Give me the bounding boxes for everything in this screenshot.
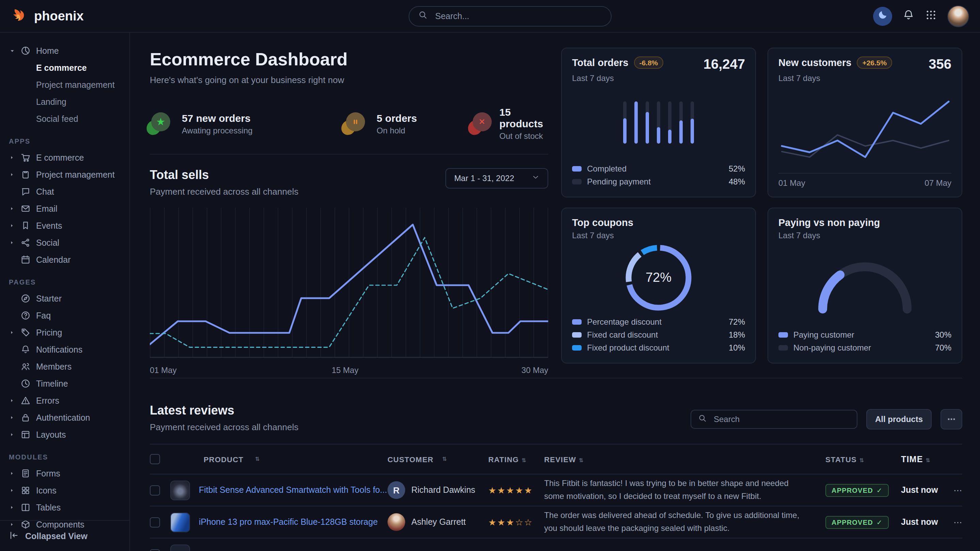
sidebar-item-e-commerce[interactable]: E commerce	[0, 149, 129, 166]
stat-3: ✕15 productsOut of stock	[471, 106, 548, 141]
reviews-table: PRODUCT⇅CUSTOMER⇅RATING⇅REVIEW⇅STATUS⇅TI…	[150, 444, 962, 551]
row-checkbox[interactable]	[150, 485, 160, 495]
apps-menu-button[interactable]	[925, 8, 937, 24]
page-title: Ecommerce Dashboard	[150, 49, 548, 70]
sidebar-item-chat[interactable]: Chat	[0, 183, 129, 200]
sidebar-item-calendar[interactable]: Calendar	[0, 251, 129, 268]
product-link[interactable]: Fitbit Sense Advanced Smartwatch with To…	[199, 485, 387, 495]
legend-value: 48%	[729, 177, 745, 186]
sidebar-item-social[interactable]: Social	[0, 234, 129, 251]
page-subtitle: Here's what's going on at your business …	[150, 75, 548, 85]
legend-value: 70%	[935, 343, 951, 352]
column-header-product[interactable]: PRODUCT⇅	[170, 455, 388, 463]
caret-right-icon	[10, 240, 14, 245]
help-icon	[21, 310, 31, 321]
stats-divider	[150, 154, 548, 154]
sidebar-item-icons[interactable]: Icons	[0, 482, 129, 499]
sidebar-item-email[interactable]: Email	[0, 200, 129, 217]
customer-name[interactable]: Ashley Garrett	[411, 517, 466, 527]
brand-logo[interactable]: phoenix	[11, 7, 84, 25]
column-header-time[interactable]: TIME⇅	[901, 454, 947, 464]
top-coupons-card: Top coupons Last 7 days 72% Percentage d…	[561, 208, 756, 364]
all-products-button[interactable]: All products	[866, 409, 932, 429]
sidebar-item-label: Errors	[36, 396, 59, 405]
sidebar-item-forms[interactable]: Forms	[0, 465, 129, 482]
sidebar-subitem-e-commerce[interactable]: E commerce	[0, 59, 129, 76]
collapsed-view-button[interactable]: Collapsed View	[0, 520, 129, 551]
column-header-rating[interactable]: RATING⇅	[488, 455, 544, 463]
stat-label: On hold	[377, 125, 417, 135]
sidebar-item-label: Faq	[36, 311, 51, 320]
product-link[interactable]: iPhone 13 pro max-Pacific Blue-128GB sto…	[199, 517, 378, 527]
sidebar-subitem-social-feed[interactable]: Social feed	[0, 110, 129, 127]
search-icon	[698, 413, 707, 426]
column-header-customer[interactable]: CUSTOMER⇅	[388, 455, 488, 463]
rating-stars: ★★★☆☆	[488, 517, 533, 527]
column-header-review[interactable]: REVIEW⇅	[544, 455, 826, 463]
product-thumbnail[interactable]	[170, 512, 190, 532]
orders-bar-chart	[617, 102, 700, 144]
reviews-search[interactable]	[690, 410, 858, 429]
sidebar-item-errors[interactable]: Errors	[0, 392, 129, 409]
theme-toggle-button[interactable]	[873, 6, 892, 25]
sidebar-section-label: MODULES	[0, 443, 129, 465]
global-search[interactable]	[409, 6, 612, 27]
bell-icon	[21, 345, 31, 355]
grid9-icon	[925, 8, 937, 21]
sidebar-item-faq[interactable]: Faq	[0, 307, 129, 324]
row-checkbox[interactable]	[150, 549, 160, 551]
notifications-button[interactable]	[902, 8, 915, 24]
sidebar-item-project-management[interactable]: Project management	[0, 166, 129, 183]
sidebar-item-notifications[interactable]: Notifications	[0, 341, 129, 358]
row-menu-button[interactable]: ⋯	[947, 485, 962, 495]
legend-label: Fixed card discount	[587, 330, 658, 339]
sidebar-item-label: Pricing	[36, 328, 62, 337]
sidebar-subitem-project-management[interactable]: Project management	[0, 76, 129, 93]
legend-label: Percentage discount	[587, 317, 662, 326]
sidebar-item-events[interactable]: Events	[0, 217, 129, 234]
sidebar-item-label: Timeline	[36, 379, 68, 388]
sidebar-subitem-landing[interactable]: Landing	[0, 93, 129, 110]
sidebar-item-members[interactable]: Members	[0, 358, 129, 375]
table-row: iPhone 13 pro max-Pacific Blue-128GB sto…	[150, 507, 962, 538]
row-checkbox[interactable]	[150, 517, 160, 527]
product-thumbnail[interactable]	[170, 480, 190, 500]
sidebar-item-timeline[interactable]: Timeline	[0, 375, 129, 392]
paying-card: Paying vs non paying Last 7 days Paying …	[767, 208, 962, 364]
sidebar-item-layouts[interactable]: Layouts	[0, 426, 129, 443]
sidebar-item-starter[interactable]: Starter	[0, 290, 129, 307]
pause-icon	[345, 112, 368, 135]
mail-icon	[21, 203, 31, 214]
sidebar-item-pricing[interactable]: Pricing	[0, 324, 129, 341]
reviews-search-input[interactable]	[712, 414, 850, 425]
column-header-status[interactable]: STATUS⇅	[826, 455, 901, 463]
card-period: Last 7 days	[778, 231, 951, 240]
sidebar-item-authentication[interactable]: Authentication	[0, 409, 129, 426]
global-search-input[interactable]	[434, 11, 602, 22]
row-menu-button[interactable]: ⋯	[947, 517, 962, 527]
customer-name[interactable]: Richard Dawkins	[411, 485, 476, 495]
paying-gauge-chart	[807, 251, 923, 317]
collapse-icon	[9, 530, 19, 542]
date-range-select[interactable]: Mar 1 - 31, 2022	[445, 168, 548, 189]
new-customers-card: New customers +26.5% 356 Last 7 days 01 …	[767, 48, 962, 197]
search-icon	[698, 414, 707, 423]
sidebar-item-label: Events	[36, 221, 62, 230]
sidebar-item-label: Members	[36, 362, 72, 371]
select-all-checkbox[interactable]	[150, 454, 160, 464]
legend-row: Pending payment48%	[572, 175, 745, 188]
sidebar-item-tables[interactable]: Tables	[0, 499, 129, 516]
reviews-title: Latest reviews	[150, 403, 298, 418]
topbar: phoenix	[0, 0, 980, 33]
stat-label: Awating processing	[182, 125, 253, 135]
user-avatar[interactable]	[947, 5, 969, 27]
reviews-more-button[interactable]: ⋯	[940, 409, 962, 429]
product-thumbnail[interactable]	[170, 544, 190, 551]
sidebar-section-label: PAGES	[0, 268, 129, 290]
review-text: The order was delivered ahead of schedul…	[544, 510, 809, 535]
caret-right-icon	[10, 172, 14, 177]
sidebar-item-home[interactable]: Home	[0, 42, 129, 59]
card-title: Total orders	[572, 57, 628, 68]
card-title: Paying vs non paying	[778, 217, 880, 228]
cart-icon	[21, 152, 31, 163]
